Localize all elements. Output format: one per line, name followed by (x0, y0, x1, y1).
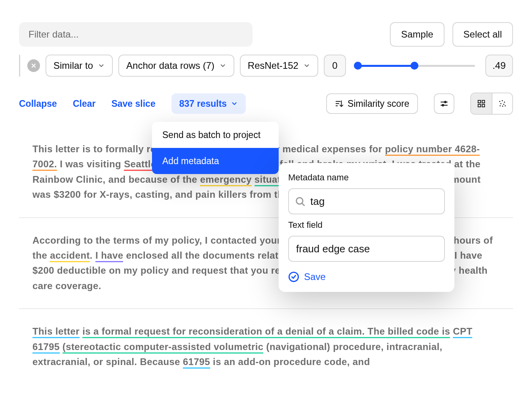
anchor-rows-label: Anchor data rows (7) (126, 60, 215, 71)
settings-button[interactable] (434, 93, 454, 114)
metadata-name-input[interactable] (288, 188, 445, 214)
chevron-down-icon (98, 62, 105, 69)
select-all-label: Select all (464, 29, 502, 40)
result-row[interactable]: This letter is a formal request for reco… (19, 309, 513, 384)
save-label: Save (304, 271, 326, 282)
svg-point-10 (503, 104, 504, 105)
menu-add-metadata[interactable]: Add metadata (152, 148, 279, 174)
svg-point-12 (502, 106, 504, 107)
sort-label: Similarity score (348, 98, 409, 109)
highlighted-text: emergency (200, 174, 251, 186)
model-label: ResNet-152 (248, 60, 298, 71)
text-field-label: Text field (288, 220, 445, 230)
similar-to-dropdown[interactable]: Similar to (46, 55, 113, 77)
select-all-button[interactable]: Select all (452, 22, 513, 47)
chevron-down-icon (219, 62, 226, 69)
similar-to-label: Similar to (53, 60, 93, 71)
scatter-view-button[interactable] (492, 93, 512, 114)
highlighted-text: 61795 (183, 356, 210, 369)
sample-button[interactable]: Sample (390, 22, 444, 47)
clear-button[interactable]: Clear (73, 98, 96, 109)
metadata-text-input[interactable] (288, 236, 445, 262)
filter-input[interactable] (19, 22, 253, 47)
sliders-icon (439, 99, 449, 108)
menu-send-batch[interactable]: Send as batch to project (152, 122, 279, 148)
close-icon (30, 62, 37, 69)
svg-point-13 (505, 105, 506, 106)
grid-view-button[interactable] (471, 93, 492, 114)
result-text: This letter is a formal request for reco… (32, 324, 500, 369)
slider-thumb-max[interactable] (410, 62, 418, 70)
check-circle-icon (288, 271, 299, 282)
highlighted-text: (stereotactic computer-assisted volumetr… (63, 341, 264, 354)
collapse-button[interactable]: Collapse (19, 98, 57, 109)
svg-point-6 (499, 101, 500, 102)
svg-rect-3 (482, 100, 484, 103)
svg-point-7 (502, 100, 503, 101)
highlighted-text: This letter (32, 326, 80, 338)
slider-fill (358, 65, 416, 67)
metadata-save-button[interactable]: Save (288, 270, 445, 284)
svg-point-8 (504, 102, 505, 103)
remove-filter-button[interactable] (27, 59, 40, 72)
highlighted-text: accident (50, 250, 90, 262)
slider-min-value: 0 (324, 55, 346, 77)
results-context-menu: Send as batch to project Add metadata (152, 122, 279, 174)
highlighted-text: is a formal request for reconsideration … (82, 326, 450, 338)
slider-max-value: .49 (485, 55, 513, 77)
model-dropdown[interactable]: ResNet-152 (240, 55, 318, 77)
metadata-popover: Metadata name Text field Save (279, 163, 454, 292)
sort-icon (335, 99, 344, 108)
search-icon (294, 196, 306, 207)
highlighted-text: I have (95, 250, 123, 262)
sample-label: Sample (401, 29, 433, 40)
chevron-down-icon (231, 100, 238, 107)
svg-rect-4 (478, 104, 481, 107)
chevron-down-icon (303, 62, 310, 69)
svg-point-9 (500, 103, 502, 104)
similarity-slider[interactable] (356, 55, 475, 77)
metadata-name-label: Metadata name (288, 172, 445, 183)
results-count-label: 837 results (179, 98, 227, 109)
svg-point-11 (500, 105, 501, 106)
svg-rect-5 (482, 104, 484, 107)
slider-thumb-min[interactable] (354, 62, 362, 70)
anchor-rows-dropdown[interactable]: Anchor data rows (7) (118, 55, 234, 77)
save-slice-button[interactable]: Save slice (111, 98, 155, 109)
sort-dropdown[interactable]: Similarity score (326, 93, 418, 114)
results-dropdown[interactable]: 837 results (171, 93, 246, 114)
grid-icon (477, 99, 486, 108)
svg-rect-2 (478, 100, 481, 103)
scatter-icon (498, 99, 507, 108)
filter-rule-divider (19, 55, 20, 77)
